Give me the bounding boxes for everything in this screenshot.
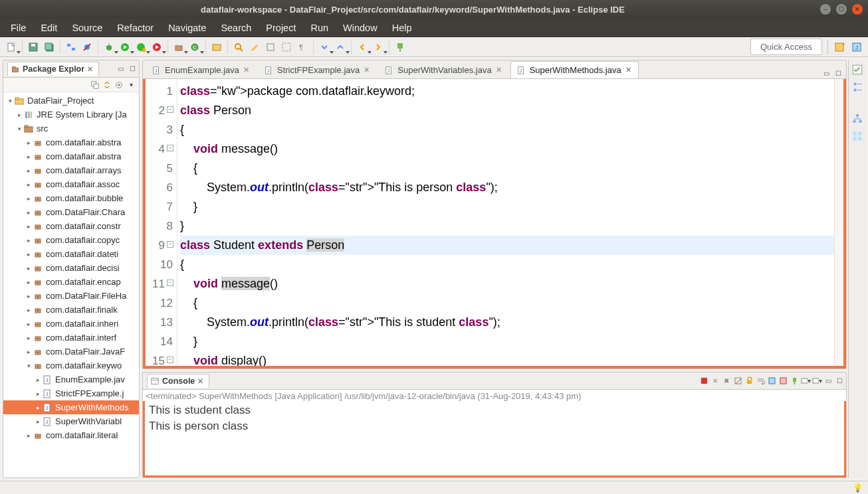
close-button[interactable]: ✕ xyxy=(852,4,863,15)
next-annotation-button[interactable] xyxy=(317,40,332,54)
view-maximize-button[interactable]: ☐ xyxy=(127,64,138,74)
tree-pkg-15[interactable]: ▸com.DataFlair.JavaF xyxy=(3,345,139,359)
editor-maximize-button[interactable]: ☐ xyxy=(833,68,843,78)
scroll-lock-button[interactable] xyxy=(744,376,754,386)
tree-pkg-2[interactable]: ▸com.dataflair.arrays xyxy=(3,163,139,177)
tree-pkg-0[interactable]: ▸com.dataflair.abstra xyxy=(3,135,139,149)
hierarchy-icon[interactable] xyxy=(851,113,863,125)
block-select-button[interactable] xyxy=(279,40,294,54)
tree-pkg-8[interactable]: ▸com.dataflair.dateti xyxy=(3,247,139,261)
console-tab[interactable]: Console ✕ xyxy=(147,374,209,388)
tree-file-3[interactable]: ▸JSuperWithVariabl xyxy=(3,414,139,428)
word-wrap-button[interactable] xyxy=(755,376,766,386)
menu-window[interactable]: Window xyxy=(336,20,384,36)
menu-source[interactable]: Source xyxy=(65,20,109,36)
tree-pkg-9[interactable]: ▸com.dataflair.decisi xyxy=(3,261,139,275)
console-minimize-button[interactable]: ▭ xyxy=(823,376,833,386)
console-close-icon[interactable]: ✕ xyxy=(197,377,203,386)
open-perspective-button[interactable]: + xyxy=(832,40,847,54)
menu-run[interactable]: Run xyxy=(304,20,335,36)
editor-minimize-button[interactable]: ▭ xyxy=(821,68,831,78)
menu-file[interactable]: File xyxy=(4,20,33,36)
show-whitespace-button[interactable]: ¶ xyxy=(295,40,310,54)
show-on-output-button[interactable] xyxy=(766,376,777,386)
tree-pkg-6[interactable]: ▸com.dataflair.constr xyxy=(3,219,139,233)
display-console-button[interactable]: ▾ xyxy=(800,376,811,386)
focus-task-button[interactable] xyxy=(114,80,124,90)
menu-navigate[interactable]: Navigate xyxy=(162,20,213,36)
menu-refactor[interactable]: Refactor xyxy=(110,20,160,36)
tree-jre[interactable]: ▸JRE System Library [Ja xyxy=(3,108,139,122)
tree-pkg-3[interactable]: ▸com.dataflair.assoc xyxy=(3,177,139,191)
coverage-button[interactable] xyxy=(134,40,148,54)
terminate-button[interactable] xyxy=(699,376,709,386)
quick-access-input[interactable]: Quick Access xyxy=(750,39,822,55)
tree-pkg-tail[interactable]: ▸com.dataflair.literal xyxy=(3,428,139,442)
toggle-breadcrumb-button[interactable] xyxy=(64,40,78,54)
open-console-button[interactable]: +▾ xyxy=(812,376,822,386)
view-menu-button[interactable]: ▾ xyxy=(126,80,136,90)
save-button[interactable] xyxy=(26,40,41,54)
tasks-icon[interactable] xyxy=(851,64,863,76)
code-editor[interactable]: 12−34−56789−1011−12131415− class="kw">pa… xyxy=(143,79,846,369)
editor-tab-2[interactable]: JSuperWithVariables.java✕ xyxy=(378,61,508,78)
view-minimize-button[interactable]: ▭ xyxy=(115,64,126,74)
java-perspective-button[interactable]: J xyxy=(849,40,864,54)
toggle-mark-button[interactable] xyxy=(263,40,278,54)
console-maximize-button[interactable]: ☐ xyxy=(834,376,845,386)
tree-pkg-13[interactable]: ▸com.dataflair.inheri xyxy=(3,317,139,331)
remove-all-button[interactable]: ✖ xyxy=(721,376,732,386)
back-button[interactable] xyxy=(355,40,370,54)
tree-pkg-10[interactable]: ▸com.dataflair.encap xyxy=(3,275,139,289)
tree-file-1[interactable]: ▸JStrictFPExample.j xyxy=(3,386,139,400)
forward-button[interactable] xyxy=(371,40,385,54)
tree-pkg-4[interactable]: ▸com.dataflair.bubble xyxy=(3,191,139,205)
outline-icon[interactable] xyxy=(851,81,863,93)
ext-tools-button[interactable] xyxy=(150,40,164,54)
console-output[interactable]: This is student classThis is person clas… xyxy=(143,401,846,477)
tree-file-2[interactable]: ▸JSuperWithMethods xyxy=(3,400,139,414)
search-button[interactable] xyxy=(231,40,246,54)
package-explorer-tab[interactable]: Package Explor ✕ xyxy=(7,62,99,76)
pin-button[interactable] xyxy=(393,40,407,54)
maximize-button[interactable]: ☐ xyxy=(836,4,847,15)
tab-close-icon[interactable]: ✕ xyxy=(496,66,502,74)
menu-edit[interactable]: Edit xyxy=(34,20,64,36)
editor-tab-3[interactable]: JSuperWithMethods.java✕ xyxy=(510,61,639,78)
editor-tab-0[interactable]: JEnumExample.java✕ xyxy=(146,61,257,78)
overview-ruler[interactable] xyxy=(834,79,843,366)
tree-pkg-1[interactable]: ▸com.dataflair.abstra xyxy=(3,149,139,163)
skip-breakpoints-button[interactable] xyxy=(80,40,94,54)
tree-project[interactable]: ▾DataFlair_Project xyxy=(3,94,139,108)
save-all-button[interactable] xyxy=(42,40,56,54)
menu-help[interactable]: Help xyxy=(385,20,419,36)
remove-launch-button[interactable]: ✕ xyxy=(710,376,720,386)
tree-pkg-7[interactable]: ▸com.dataflair.copyc xyxy=(3,233,139,247)
pin-console-button[interactable] xyxy=(789,376,800,386)
structure-icon[interactable] xyxy=(851,130,863,142)
tree-pkg-open[interactable]: ▾com.dataflair.keywo xyxy=(3,359,139,372)
run-button[interactable] xyxy=(118,40,132,54)
prev-annotation-button[interactable] xyxy=(333,40,348,54)
link-editor-button[interactable] xyxy=(102,80,112,90)
tree-pkg-14[interactable]: ▸com.dataflair.interf xyxy=(3,331,139,345)
minimize-button[interactable]: – xyxy=(820,4,831,15)
new-package-button[interactable] xyxy=(171,40,186,54)
tree-pkg-12[interactable]: ▸com.dataflair.finalk xyxy=(3,303,139,317)
menu-project[interactable]: Project xyxy=(259,20,302,36)
code-content[interactable]: class="kw">package com.dataflair.keyword… xyxy=(177,79,834,366)
tree-file-0[interactable]: ▸JEnumExample.jav xyxy=(3,372,139,386)
new-class-button[interactable]: C xyxy=(187,40,202,54)
menu-search[interactable]: Search xyxy=(214,20,258,36)
tree-pkg-11[interactable]: ▸com.DataFlair.FileHa xyxy=(3,289,139,303)
tab-close-icon[interactable]: ✕ xyxy=(364,66,370,74)
tab-close-icon[interactable]: ✕ xyxy=(625,66,631,74)
debug-button[interactable] xyxy=(102,40,116,54)
tree-pkg-5[interactable]: ▸com.DataFlair.Chara xyxy=(3,205,139,219)
tab-close-icon[interactable]: ✕ xyxy=(243,66,249,74)
clear-console-button[interactable] xyxy=(732,376,743,386)
project-tree[interactable]: ▾DataFlair_Project▸JRE System Library [J… xyxy=(3,92,139,477)
annotate-button[interactable] xyxy=(247,40,262,54)
new-button[interactable] xyxy=(4,40,19,54)
editor-tab-1[interactable]: JStrictFPExample.java✕ xyxy=(258,61,377,78)
